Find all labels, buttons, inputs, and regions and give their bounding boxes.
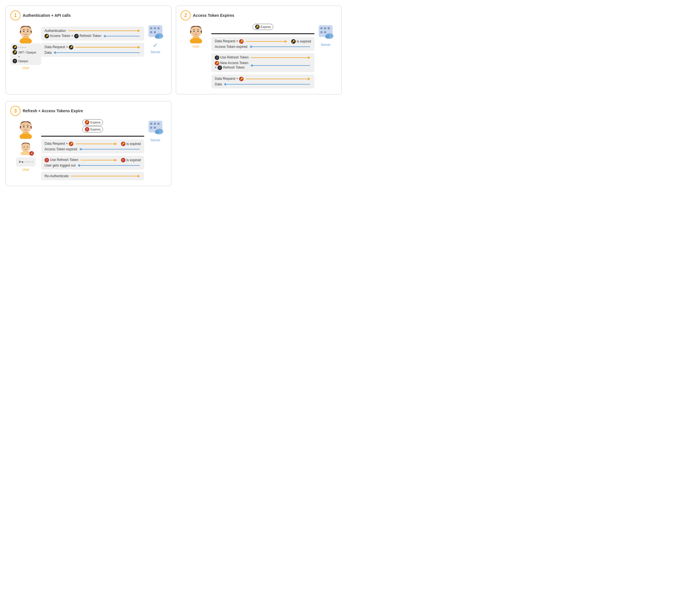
panel-3-diagram: ✕ 🗝 • • • • • User 🔑 Expires — [11, 119, 167, 182]
exp-icon-3a: 🔑 — [85, 120, 89, 125]
svg-point-17 — [195, 33, 196, 33]
reauth-dots: • • • • • — [25, 160, 33, 164]
server-label-2: Server — [321, 43, 330, 47]
p2-data-label: Data — [215, 82, 222, 86]
svg-point-23 — [324, 31, 326, 33]
p2-refresh-req: ⏱ Use Refresh Token — [215, 55, 311, 60]
p2-data-req2: Data Request + 🔑 — [215, 77, 311, 81]
p3-exp-line — [79, 149, 140, 150]
p2-req2-icon: 🔑 — [239, 77, 244, 81]
p3-data-req: Data Request + 🔑 🔑 is expired — [44, 141, 141, 146]
x-badge: ✕ — [30, 151, 34, 156]
svg-point-1 — [20, 26, 31, 37]
data-row: Data Request + 🔑 Data — [41, 43, 144, 57]
plus-label: + — [13, 55, 20, 58]
expired-text-3-1: is expired — [127, 142, 141, 146]
data-res-arrow: Data — [44, 51, 141, 55]
p2-refresh-label: ⏱ Use Refresh Token — [215, 55, 249, 60]
new-at-icon: 🔑 — [215, 61, 219, 65]
p3-logout-line — [78, 165, 140, 166]
p2-req2-line — [246, 79, 310, 79]
reauth-key-icon: 🗝 — [19, 159, 24, 165]
key-row: 🔑 • • • • • — [13, 45, 26, 50]
user-label-1: User — [22, 66, 29, 70]
p3-data-req-label: Data Request + 🔑 — [44, 141, 73, 146]
svg-point-20 — [324, 27, 326, 30]
timeline-div-3 — [41, 136, 144, 137]
svg-point-28 — [23, 126, 24, 127]
expires-badge: 🔑 Expires — [252, 24, 273, 30]
panel-3-user-col: ✕ 🗝 • • • • • User — [11, 119, 41, 172]
p2-new-line — [251, 65, 310, 66]
expires-text: Expires — [261, 25, 271, 28]
svg-point-21 — [327, 27, 330, 30]
server-icon-1 — [147, 24, 164, 41]
svg-point-25 — [325, 35, 329, 39]
p3-req-line — [76, 144, 116, 144]
svg-point-38 — [157, 122, 159, 125]
data-req-arrow: Data Request + 🔑 — [44, 45, 141, 50]
user-label-2: User — [192, 44, 200, 49]
token-label: 🔑 Access Token + ⏱ Refresh Token — [44, 34, 101, 38]
svg-point-30 — [25, 128, 26, 129]
p2-data-res-line — [224, 84, 310, 84]
panel-1-arrows: Authentication 🔑 Access Token + ⏱ Refres… — [41, 24, 144, 58]
panel-3: 3 Refresh + Access Tokens Expire — [6, 101, 171, 186]
p3-exp-label: Access Token expired — [44, 147, 77, 151]
svg-point-4 — [25, 33, 26, 33]
step-3-circle: 3 — [11, 106, 20, 116]
is-expired-3-2: ⏱ is expired — [121, 158, 141, 163]
p3-reauth: Re-Authenticate — [44, 174, 141, 178]
svg-point-2 — [23, 31, 24, 32]
svg-point-42 — [155, 130, 159, 134]
reauth-key-box: 🗝 • • • • • — [16, 157, 36, 167]
key-icon: 🔑 — [13, 45, 17, 50]
access-token-label: JWT / Opaque — [18, 51, 36, 54]
p3-reauth-label: Re-Authenticate — [44, 174, 69, 178]
p2-row-2: ⏱ Use Refresh Token 🔑 New Access Token+ … — [211, 53, 315, 72]
panel-2-user-col: User — [181, 24, 211, 49]
panel-2-server-col: Server — [315, 24, 337, 47]
timeline-div-2 — [211, 33, 315, 34]
p2-req-icon: 🔑 — [239, 39, 244, 44]
user-avatar-2 — [188, 24, 204, 43]
p3-refresh-icon: ⏱ — [44, 158, 49, 163]
new-rt-icon: ⏱ — [217, 65, 222, 70]
panel-3-title: 3 Refresh + Access Tokens Expire — [11, 106, 167, 116]
panel-1-header: 🔑 • • • • • 🔑 JWT / Opaque + ⏱ Opaque — [11, 24, 167, 70]
access-token-row: 🔑 JWT / Opaque — [13, 50, 36, 55]
expired-icon-3-2: ⏱ — [121, 158, 126, 163]
refresh-token-row: ⏱ Opaque — [13, 59, 28, 63]
p3-refresh-line — [81, 160, 116, 160]
p2-data-res: Data — [215, 82, 311, 86]
p2-row-3: Data Request + 🔑 Data — [211, 74, 315, 89]
p2-new-label: 🔑 New Access Token+ ⏱ Refresh Token — [215, 61, 248, 70]
main-grid: 1 Authentication + API calls — [6, 6, 342, 186]
p3-refresh-req: ⏱ Use Refresh Token ⏱ is expired — [44, 158, 141, 163]
access-token-icon: 🔑 — [13, 50, 17, 55]
at-icon: 🔑 — [44, 34, 49, 38]
expires-banner-2: 🔑 Expires — [211, 24, 315, 30]
expires-badge-3b: ⏱ Expires — [82, 126, 103, 132]
req-key-icon: 🔑 — [69, 45, 73, 50]
panel-2-title-text: Access Token Expires — [193, 13, 234, 18]
is-expired-3-1: 🔑 is expired — [121, 141, 141, 146]
is-expired-1: 🔑 is expired — [291, 39, 311, 44]
svg-point-39 — [150, 127, 152, 129]
svg-point-37 — [154, 122, 156, 125]
svg-point-8 — [157, 27, 159, 30]
svg-point-26 — [20, 133, 32, 139]
p3-req-icon: 🔑 — [69, 141, 73, 146]
panel-2: 2 Access Token Expires — [176, 6, 342, 94]
p2-new-token: 🔑 New Access Token+ ⏱ Refresh Token — [215, 61, 311, 70]
svg-point-19 — [320, 27, 323, 30]
svg-point-29 — [27, 126, 28, 127]
p3-reauth-line — [71, 176, 140, 176]
svg-point-13 — [190, 38, 202, 43]
panel-1-title-text: Authentication + API calls — [23, 13, 71, 18]
svg-point-0 — [20, 38, 32, 43]
p2-exp-line — [250, 46, 310, 47]
svg-point-32 — [21, 143, 30, 152]
exp-icon-3b: ⏱ — [85, 127, 89, 132]
opaque-label: Opaque — [18, 60, 28, 63]
